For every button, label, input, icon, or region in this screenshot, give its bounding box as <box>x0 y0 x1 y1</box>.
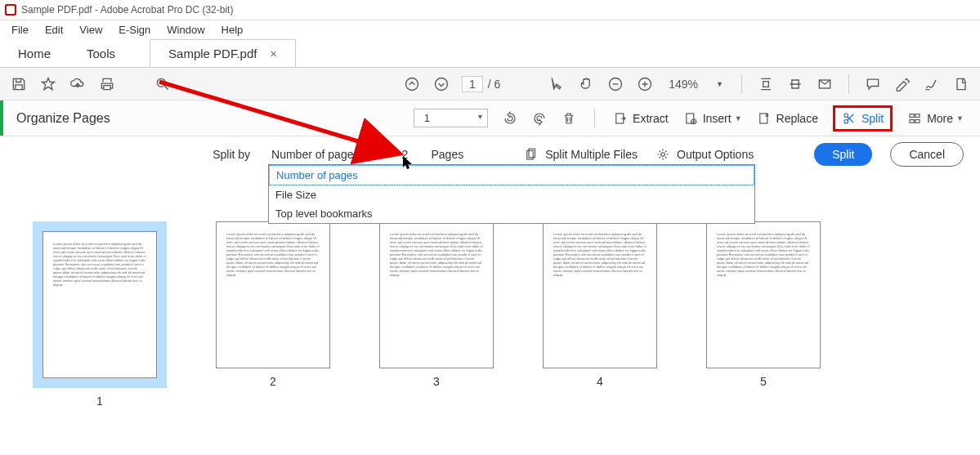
more-button[interactable]: More▼ <box>907 111 964 126</box>
read-mode-icon[interactable] <box>816 75 834 93</box>
acrobat-icon <box>5 4 16 16</box>
insert-button[interactable]: Insert▼ <box>683 111 742 126</box>
dropdown-option-filesize[interactable]: File Size <box>269 185 754 204</box>
svg-point-2 <box>435 78 447 90</box>
svg-point-18 <box>661 153 665 157</box>
menu-file[interactable]: File <box>5 22 35 38</box>
splitby-dropdown-list: Number of pages File Size Top level book… <box>268 164 755 224</box>
tab-document[interactable]: Sample PDF.pdf × <box>150 39 296 67</box>
menu-help[interactable]: Help <box>215 22 250 38</box>
thumb-number: 1 <box>96 395 103 408</box>
tab-tools[interactable]: Tools <box>69 40 133 67</box>
split-action-button[interactable]: Split <box>814 143 872 166</box>
menu-esign[interactable]: E-Sign <box>112 22 157 38</box>
highlight-icon[interactable] <box>893 75 911 93</box>
page-thumbnail: Lorem ipsum dolor sit amet consectetur a… <box>379 221 494 368</box>
menubar: File Edit View E-Sign Window Help <box>0 20 980 38</box>
zoom-caret-icon[interactable]: ▼ <box>713 80 727 88</box>
thumb-3[interactable]: Lorem ipsum dolor sit amet consectetur a… <box>379 221 494 408</box>
rotate-cw-button[interactable] <box>532 111 547 126</box>
menu-window[interactable]: Window <box>160 22 211 38</box>
thumb-number: 2 <box>270 375 276 388</box>
hand-icon[interactable] <box>577 75 595 93</box>
save-icon[interactable] <box>10 75 28 93</box>
thumb-5[interactable]: Lorem ipsum dolor sit amet consectetur a… <box>706 221 821 408</box>
total-pages: / 6 <box>488 78 501 91</box>
split-multiple-button[interactable]: Split Multiple Files <box>524 147 638 162</box>
svg-line-19 <box>159 82 396 153</box>
pages-label: Pages <box>431 148 463 161</box>
svg-rect-17 <box>529 149 535 158</box>
zoom-level[interactable]: 149% <box>665 78 701 91</box>
separator <box>594 109 595 128</box>
separator <box>741 74 742 94</box>
window-title: Sample PDF.pdf - Adobe Acrobat Pro DC (3… <box>21 4 233 16</box>
svg-rect-16 <box>527 151 534 160</box>
annotation-arrow <box>155 78 409 167</box>
thumb-number: 4 <box>597 375 603 388</box>
fit-width-icon[interactable] <box>757 75 775 93</box>
thumb-2[interactable]: Lorem ipsum dolor sit amet consectetur a… <box>216 221 330 408</box>
star-icon[interactable] <box>39 75 57 93</box>
svg-rect-14 <box>910 119 914 123</box>
page-thumbnail: Lorem ipsum dolor sit amet consectetur a… <box>43 231 157 378</box>
titlebar: Sample PDF.pdf - Adobe Acrobat Pro DC (3… <box>0 0 980 20</box>
tab-close-icon[interactable]: × <box>270 47 276 60</box>
zoom-out-icon[interactable] <box>606 75 624 93</box>
page-thumbnail: Lorem ipsum dolor sit amet consectetur a… <box>706 221 821 368</box>
page-thumbnail: Lorem ipsum dolor sit amet consectetur a… <box>543 221 657 368</box>
svg-rect-9 <box>759 114 767 123</box>
split-button[interactable]: Split <box>842 111 884 126</box>
current-page-input[interactable]: 1 <box>462 76 483 92</box>
sign-icon[interactable] <box>923 75 941 93</box>
thumb-number: 5 <box>760 375 767 388</box>
selection-icon[interactable] <box>548 75 566 93</box>
page-range-select[interactable]: 1 <box>414 109 488 127</box>
svg-rect-12 <box>910 114 914 117</box>
tab-home[interactable]: Home <box>0 40 69 67</box>
panel-title: Organize Pages <box>3 111 123 126</box>
zoom-in-icon[interactable] <box>636 75 654 93</box>
cancel-button[interactable]: Cancel <box>890 142 964 167</box>
dropdown-option-pages[interactable]: Number of pages <box>269 165 754 185</box>
thumb-number: 3 <box>433 375 440 388</box>
thumb-4[interactable]: Lorem ipsum dolor sit amet consectetur a… <box>543 221 657 408</box>
cloud-icon[interactable] <box>69 75 87 93</box>
comment-icon[interactable] <box>864 75 882 93</box>
fit-page-icon[interactable] <box>786 75 804 93</box>
menu-view[interactable]: View <box>73 22 109 38</box>
separator <box>848 74 849 94</box>
cursor-icon <box>402 155 414 170</box>
tab-document-label: Sample PDF.pdf <box>168 47 257 60</box>
replace-button[interactable]: Replace <box>757 111 818 126</box>
rotate-ccw-button[interactable] <box>503 111 517 126</box>
organize-panel-bar: Organize Pages 1 Extract Insert▼ Replace… <box>0 100 980 136</box>
main-toolbar: 1 / 6 149% ▼ <box>0 68 980 100</box>
stamp-icon[interactable] <box>952 75 970 93</box>
print-icon[interactable] <box>98 75 116 93</box>
dropdown-option-bookmarks[interactable]: Top level bookmarks <box>269 204 754 223</box>
page-indicator: 1 / 6 <box>462 76 500 92</box>
thumb-1[interactable]: Lorem ipsum dolor sit amet consectetur a… <box>33 221 167 408</box>
output-options-button[interactable]: Output Options <box>656 147 754 162</box>
tabbar: Home Tools Sample PDF.pdf × <box>0 38 980 68</box>
svg-rect-13 <box>915 114 920 117</box>
page-thumbnail: Lorem ipsum dolor sit amet consectetur a… <box>216 221 330 368</box>
delete-button[interactable] <box>562 111 576 126</box>
svg-rect-15 <box>915 119 920 123</box>
split-button-highlight: Split <box>833 105 893 132</box>
extract-button[interactable]: Extract <box>613 111 669 126</box>
split-options-row: Split by Number of pages Number of pages… <box>0 136 980 172</box>
menu-edit[interactable]: Edit <box>38 22 69 38</box>
page-down-icon[interactable] <box>432 75 450 93</box>
